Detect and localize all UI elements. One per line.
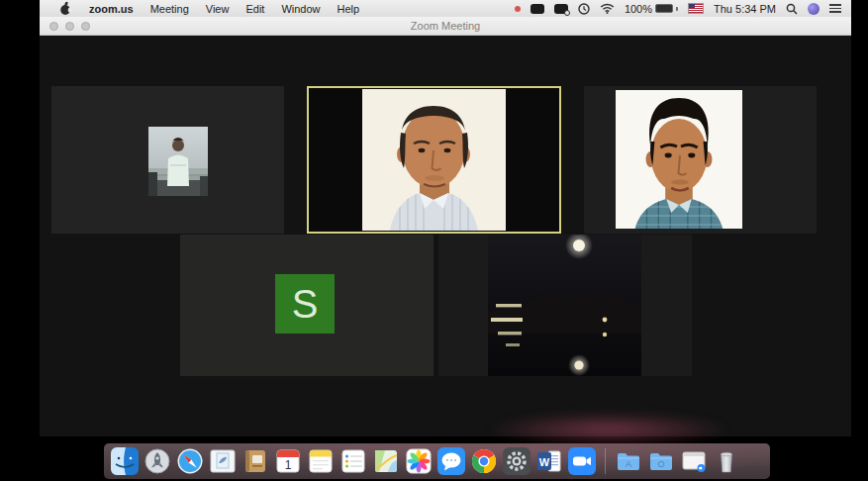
dock: 1	[104, 443, 770, 479]
dock-icon-photos[interactable]	[405, 447, 433, 475]
menu-view[interactable]: View	[206, 3, 230, 15]
dock-icon-calendar[interactable]: 1	[274, 447, 302, 475]
participant-5-video	[488, 235, 641, 376]
window-title: Zoom Meeting	[40, 17, 851, 35]
dock-icon-trash[interactable]	[713, 447, 740, 475]
participant-video-tile-1[interactable]	[51, 86, 284, 234]
menu-app-name[interactable]: zoom.us	[89, 3, 134, 15]
dock-icon-word[interactable]: W	[535, 447, 563, 475]
apple-menu[interactable]	[59, 1, 72, 16]
time-machine-icon[interactable]	[578, 3, 590, 15]
avatar: S	[275, 274, 335, 334]
notification-center-icon[interactable]	[829, 4, 841, 13]
dock-icon-folder-applications[interactable]: A	[615, 447, 642, 475]
close-button[interactable]	[49, 22, 58, 31]
dock-icon-mail[interactable]	[209, 447, 237, 475]
display-icon[interactable]	[530, 4, 544, 14]
dock-icon-reminders[interactable]	[339, 447, 367, 475]
dock-icon-finder[interactable]	[111, 447, 139, 475]
participant-1-video	[148, 127, 208, 196]
recording-dot-icon[interactable]	[515, 6, 521, 12]
dock-icon-minimized-window[interactable]	[680, 447, 708, 475]
dock-icon-maps[interactable]	[372, 447, 400, 475]
svg-text:1: 1	[285, 458, 292, 472]
participant-video-tile-5[interactable]	[438, 235, 692, 376]
display-settings-icon[interactable]	[554, 4, 568, 14]
wallpaper-glow	[485, 412, 732, 447]
dock-icon-safari[interactable]	[176, 447, 204, 475]
dock-icon-system-preferences[interactable]	[503, 447, 530, 475]
traffic-lights	[49, 22, 90, 31]
wifi-icon[interactable]	[600, 3, 615, 14]
menu-edit[interactable]: Edit	[245, 3, 264, 15]
battery-percent: 100%	[625, 3, 652, 15]
participant-video-tile-2-active-speaker[interactable]	[307, 86, 561, 234]
zoom-meeting-window: Zoom Meeting	[40, 17, 851, 436]
menu-bar-clock[interactable]: Thu 5:34 PM	[714, 3, 776, 15]
input-language-flag-icon[interactable]	[688, 3, 704, 14]
zoom-window-button[interactable]	[81, 22, 90, 31]
avatar-letter: S	[292, 284, 319, 324]
menu-window[interactable]: Window	[281, 3, 320, 15]
svg-text:A: A	[626, 459, 631, 469]
dock-icon-zoom[interactable]	[568, 447, 596, 475]
apple-logo	[59, 1, 72, 16]
participant-video-tile-3[interactable]	[584, 86, 817, 234]
battery-nub	[676, 7, 678, 11]
dock-icon-folder-documents[interactable]: O	[647, 447, 675, 475]
participant-avatar-tile-4[interactable]: S	[180, 235, 434, 376]
svg-text:W: W	[539, 456, 550, 468]
dock-icon-chrome[interactable]	[470, 447, 498, 475]
gear-icon	[564, 10, 570, 16]
flag-canton	[689, 4, 695, 8]
dock-icon-contacts[interactable]	[241, 447, 269, 475]
menu-bar-left: zoom.us Meeting View Edit Window Help	[40, 1, 359, 16]
menu-meeting[interactable]: Meeting	[150, 3, 189, 15]
menu-help[interactable]: Help	[338, 3, 360, 15]
spotlight-icon[interactable]	[786, 3, 798, 15]
dock-icon-launchpad[interactable]	[144, 447, 171, 475]
battery-status[interactable]: 100%	[625, 3, 678, 15]
dock-divider	[605, 448, 606, 474]
battery-icon	[655, 4, 673, 13]
participant-2-video	[362, 89, 506, 231]
menu-bar-status: 100% Thu 5:34 PM	[515, 3, 851, 15]
menu-bar: zoom.us Meeting View Edit Window Help	[40, 0, 851, 17]
gallery-view: S	[40, 36, 851, 436]
participant-3-video	[616, 90, 742, 229]
siri-icon[interactable]	[808, 3, 820, 15]
minimize-button[interactable]	[65, 22, 74, 31]
window-title-bar: Zoom Meeting	[40, 17, 851, 36]
desktop: zoom.us Meeting View Edit Window Help	[0, 0, 868, 481]
svg-text:O: O	[657, 459, 664, 469]
dock-icon-notes[interactable]	[307, 447, 335, 475]
dock-icon-messages[interactable]	[437, 447, 465, 475]
